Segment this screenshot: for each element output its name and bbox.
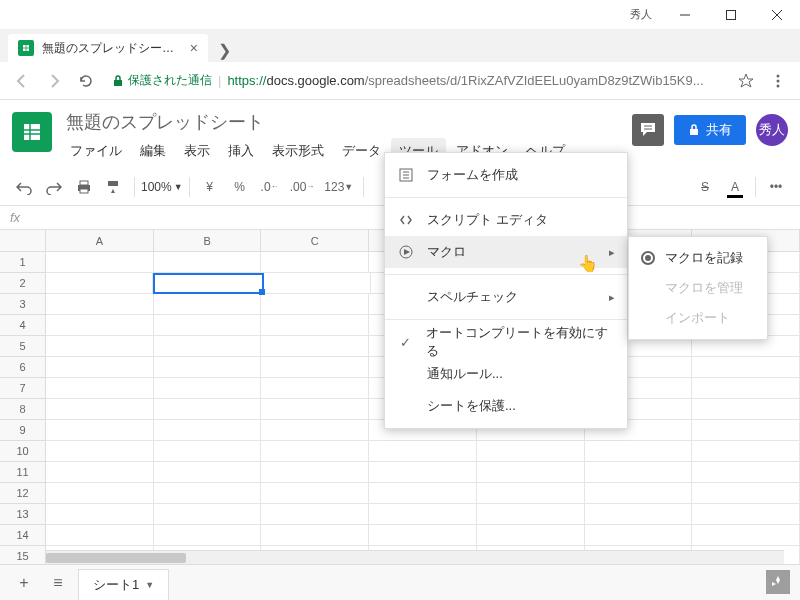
submenu-item-record-macro[interactable]: マクロを記録 [629, 243, 767, 273]
cell[interactable] [46, 504, 154, 525]
menu-format[interactable]: 表示形式 [264, 138, 332, 164]
cell[interactable] [46, 483, 154, 504]
row-header[interactable]: 10 [0, 441, 46, 462]
nav-back-button[interactable] [8, 67, 36, 95]
row-header[interactable]: 7 [0, 378, 46, 399]
column-header[interactable]: C [261, 230, 369, 251]
menu-item-create-form[interactable]: フォームを作成 [385, 159, 627, 191]
currency-button[interactable]: ¥ [196, 174, 224, 200]
cell[interactable] [154, 336, 262, 357]
menu-insert[interactable]: 挿入 [220, 138, 262, 164]
cell[interactable] [261, 462, 369, 483]
url-field[interactable]: 保護された通信 | https://docs.google.com/spread… [104, 67, 728, 95]
decrease-decimal-button[interactable]: .0← [256, 174, 284, 200]
cell[interactable] [46, 525, 154, 546]
cell[interactable] [46, 420, 154, 441]
zoom-select[interactable]: 100% ▼ [141, 180, 183, 194]
cell[interactable] [154, 252, 262, 273]
cell[interactable] [154, 357, 262, 378]
window-close-button[interactable] [754, 0, 800, 30]
menu-item-notification-rules[interactable]: 通知ルール... [385, 358, 627, 390]
window-minimize-button[interactable] [662, 0, 708, 30]
print-button[interactable] [70, 174, 98, 200]
column-header[interactable]: A [46, 230, 154, 251]
cell[interactable] [477, 483, 585, 504]
menu-file[interactable]: ファイル [62, 138, 130, 164]
cell[interactable] [692, 399, 800, 420]
cell[interactable] [261, 378, 369, 399]
menu-item-macro[interactable]: マクロ [385, 236, 627, 268]
horizontal-scrollbar[interactable] [46, 550, 784, 564]
window-maximize-button[interactable] [708, 0, 754, 30]
cell[interactable] [261, 483, 369, 504]
explore-button[interactable] [766, 570, 790, 594]
column-header[interactable]: B [154, 230, 262, 251]
cell[interactable] [585, 504, 693, 525]
cell[interactable] [46, 378, 154, 399]
cell[interactable] [692, 462, 800, 483]
menu-item-autocomplete[interactable]: ✓ オートコンプリートを有効にする [385, 326, 627, 358]
row-header[interactable]: 11 [0, 462, 46, 483]
comments-button[interactable] [632, 114, 664, 146]
cell[interactable] [692, 378, 800, 399]
cell[interactable] [154, 420, 262, 441]
nav-forward-button[interactable] [40, 67, 68, 95]
add-sheet-button[interactable]: + [10, 569, 38, 597]
cell[interactable] [46, 273, 153, 294]
cell[interactable] [154, 294, 262, 315]
cell[interactable] [261, 357, 369, 378]
select-all-corner[interactable] [0, 230, 46, 251]
more-formats-button[interactable]: 123 ▼ [320, 174, 357, 200]
cell[interactable] [154, 378, 262, 399]
browser-tab[interactable]: 無題のスプレッドシート - Go × [8, 34, 208, 62]
cell[interactable] [154, 441, 262, 462]
cell[interactable] [477, 441, 585, 462]
tab-close-button[interactable]: × [190, 40, 198, 56]
strikethrough-button[interactable]: S [691, 174, 719, 200]
row-header[interactable]: 12 [0, 483, 46, 504]
menu-item-script-editor[interactable]: スクリプト エディタ [385, 204, 627, 236]
cell[interactable] [369, 525, 477, 546]
user-avatar[interactable]: 秀人 [756, 114, 788, 146]
cell[interactable] [261, 420, 369, 441]
cell[interactable] [477, 462, 585, 483]
cell[interactable] [692, 441, 800, 462]
cell[interactable] [46, 462, 154, 483]
cell[interactable] [261, 441, 369, 462]
cell[interactable] [692, 483, 800, 504]
cell[interactable] [692, 357, 800, 378]
cell[interactable] [46, 315, 154, 336]
cell[interactable] [585, 462, 693, 483]
share-button[interactable]: 共有 [674, 115, 746, 145]
cell[interactable] [369, 462, 477, 483]
row-header[interactable]: 13 [0, 504, 46, 525]
sheets-logo-icon[interactable] [12, 112, 52, 152]
cell[interactable] [154, 399, 262, 420]
menu-item-spellcheck[interactable]: スペルチェック [385, 281, 627, 313]
nav-reload-button[interactable] [72, 67, 100, 95]
row-header[interactable]: 5 [0, 336, 46, 357]
cell[interactable] [154, 504, 262, 525]
menu-item-protect-sheet[interactable]: シートを保護... [385, 390, 627, 422]
row-header[interactable]: 6 [0, 357, 46, 378]
cell[interactable] [154, 315, 262, 336]
text-color-button[interactable]: A [721, 174, 749, 200]
row-header[interactable]: 4 [0, 315, 46, 336]
paint-format-button[interactable] [100, 174, 128, 200]
row-header[interactable]: 8 [0, 399, 46, 420]
cell[interactable] [261, 315, 369, 336]
cell[interactable] [261, 252, 369, 273]
scrollbar-thumb[interactable] [46, 553, 186, 563]
cell[interactable] [264, 273, 371, 294]
document-title[interactable]: 無題のスプレッドシート [62, 108, 622, 136]
cell[interactable] [154, 525, 262, 546]
cell[interactable] [477, 525, 585, 546]
row-header[interactable]: 2 [0, 273, 46, 294]
cell[interactable] [369, 441, 477, 462]
cell[interactable] [692, 420, 800, 441]
cell[interactable] [369, 483, 477, 504]
cell[interactable] [261, 336, 369, 357]
redo-button[interactable] [40, 174, 68, 200]
cell[interactable] [692, 525, 800, 546]
cell[interactable] [585, 483, 693, 504]
